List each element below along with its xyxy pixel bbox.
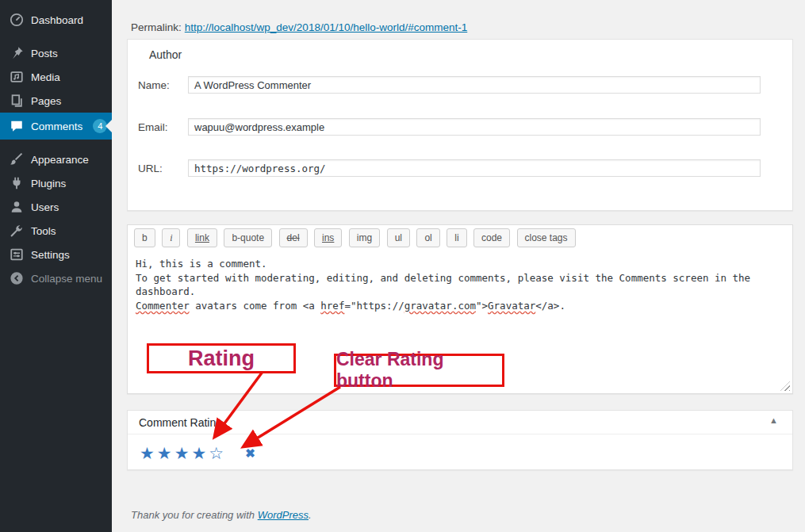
- star-empty-icon[interactable]: ☆: [209, 444, 224, 463]
- sidebar-item-media[interactable]: Media: [0, 65, 112, 89]
- close-tags-button[interactable]: close tags: [517, 228, 576, 247]
- italic-button[interactable]: i: [162, 228, 180, 247]
- sidebar-item-posts[interactable]: Posts: [0, 41, 112, 65]
- collapse-triangle-icon[interactable]: ▲: [765, 415, 783, 426]
- rating-annotation-box: Rating: [147, 343, 296, 373]
- email-label: Email:: [138, 121, 168, 133]
- sidebar-item-label: Posts: [31, 48, 58, 59]
- main-content: Permalink:http://localhost/wp_dev/2018/0…: [112, 0, 805, 532]
- pages-icon: [10, 94, 24, 108]
- pending-comments-badge: 4: [93, 119, 107, 133]
- sidebar-separator: [0, 32, 112, 41]
- star-filled-icon[interactable]: ★: [191, 444, 206, 463]
- name-field[interactable]: [188, 76, 761, 94]
- sidebar-item-label: Tools: [31, 225, 56, 237]
- sidebar-item-collapse-menu[interactable]: Collapse menu: [0, 266, 112, 290]
- sidebar-item-settings[interactable]: Settings: [0, 243, 112, 266]
- li-button[interactable]: li: [447, 228, 466, 247]
- ol-button[interactable]: ol: [416, 228, 439, 247]
- sidebar-item-plugins[interactable]: Plugins: [0, 171, 112, 195]
- comment-rating-box: Comment Rating ▲ ★★★★☆✖: [127, 410, 793, 470]
- media-icon: [10, 70, 24, 84]
- dashboard-icon: [10, 13, 24, 27]
- rating-annotation-label: Rating: [188, 346, 255, 371]
- link-button[interactable]: link: [187, 228, 217, 247]
- permalink-link[interactable]: http://localhost/wp_dev/2018/01/10/hello…: [185, 21, 467, 33]
- sidebar-item-dashboard[interactable]: Dashboard: [0, 8, 112, 32]
- clear-rating-annotation-label: Clear Rating button: [336, 349, 502, 392]
- clear-rating-annotation-box: Clear Rating button: [334, 354, 504, 387]
- clear-rating-button[interactable]: ✖: [240, 443, 260, 464]
- sidebar-item-label: Pages: [31, 95, 61, 107]
- sliders-icon: [10, 247, 24, 262]
- sidebar-item-pages[interactable]: Pages: [0, 89, 112, 113]
- paintbrush-icon: [10, 152, 24, 166]
- sidebar-item-label: Dashboard: [31, 14, 83, 26]
- user-icon: [10, 200, 24, 214]
- sidebar-item-tools[interactable]: Tools: [0, 219, 112, 243]
- plug-icon: [10, 176, 24, 190]
- comment-bubble-icon: [10, 119, 24, 133]
- author-box-title: Author: [149, 48, 182, 61]
- sidebar-item-label: Comments: [31, 121, 82, 132]
- footer-suffix: .: [309, 509, 312, 521]
- del-button[interactable]: del: [279, 228, 308, 247]
- img-button[interactable]: img: [349, 228, 380, 247]
- star-filled-icon[interactable]: ★: [157, 444, 172, 463]
- admin-sidebar: Dashboard Posts Media Pages Comments 4 A…: [0, 0, 112, 532]
- permalink: Permalink:http://localhost/wp_dev/2018/0…: [131, 21, 467, 33]
- name-label: Name:: [138, 79, 170, 91]
- email-field[interactable]: [188, 118, 761, 136]
- sidebar-item-label: Appearance: [31, 154, 89, 166]
- sidebar-item-label: Settings: [31, 249, 70, 261]
- permalink-label: Permalink:: [131, 21, 182, 33]
- sidebar-item-label: Collapse menu: [31, 273, 102, 285]
- footer-text: Thank you for creating with: [131, 509, 258, 521]
- star-rating: ★★★★☆✖: [140, 443, 260, 464]
- sidebar-item-comments[interactable]: Comments 4: [0, 113, 112, 140]
- quicktags-toolbar: b i link b-quote del ins img ul ol li co…: [128, 225, 792, 250]
- star-filled-icon[interactable]: ★: [174, 444, 190, 463]
- author-box: Author Name: Email: URL:: [127, 39, 793, 211]
- sidebar-separator: [0, 140, 112, 147]
- url-field[interactable]: [188, 159, 761, 177]
- pushpin-icon: [10, 46, 24, 60]
- footer: Thank you for creating with WordPress.: [131, 509, 312, 521]
- wordpress-link[interactable]: WordPress: [258, 509, 309, 521]
- wrench-icon: [10, 224, 24, 238]
- sidebar-item-appearance[interactable]: Appearance: [0, 147, 112, 171]
- url-label: URL:: [138, 163, 163, 174]
- sidebar-item-users[interactable]: Users: [0, 195, 112, 219]
- comment-rating-title: Comment Rating: [139, 416, 222, 429]
- ins-button[interactable]: ins: [314, 228, 342, 247]
- sidebar-item-label: Media: [31, 71, 60, 83]
- sidebar-item-label: Users: [31, 201, 59, 213]
- sidebar-item-label: Plugins: [31, 178, 66, 189]
- comment-rating-header[interactable]: Comment Rating ▲: [128, 411, 792, 434]
- star-filled-icon[interactable]: ★: [140, 444, 155, 463]
- bold-button[interactable]: b: [134, 228, 155, 247]
- ul-button[interactable]: ul: [387, 228, 410, 247]
- code-button[interactable]: code: [473, 228, 510, 247]
- blockquote-button[interactable]: b-quote: [224, 228, 272, 247]
- collapse-arrow-icon: [10, 271, 24, 285]
